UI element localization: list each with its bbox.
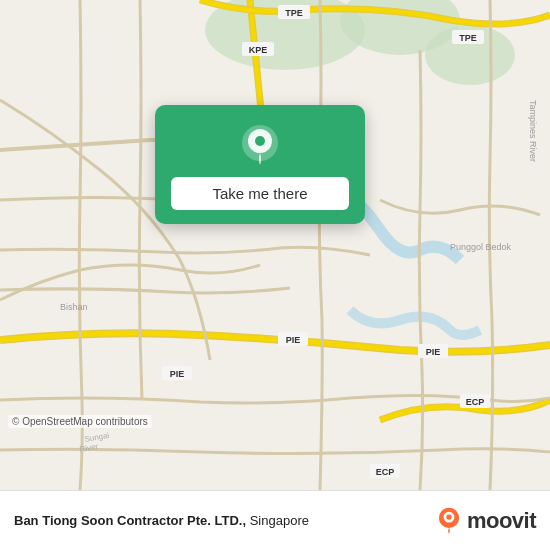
bottom-bar: Ban Tiong Soon Contractor Pte. LTD., Sin… — [0, 490, 550, 550]
location-pin-icon — [238, 123, 282, 167]
svg-text:KPE: KPE — [249, 45, 268, 55]
svg-text:Tampines River: Tampines River — [528, 100, 538, 162]
map-container: KPE TPE TPE PIE PIE ECP ECP PIE Bishan P… — [0, 0, 550, 490]
svg-text:TPE: TPE — [459, 33, 477, 43]
moovit-pin-icon — [435, 507, 463, 535]
svg-text:Bishan: Bishan — [60, 302, 88, 312]
moovit-logo-text: moovit — [467, 508, 536, 534]
location-card: Take me there — [155, 105, 365, 224]
svg-text:TPE: TPE — [285, 8, 303, 18]
svg-point-31 — [446, 514, 451, 519]
svg-text:ECP: ECP — [376, 467, 395, 477]
svg-point-28 — [255, 136, 265, 146]
moovit-logo: moovit — [435, 507, 536, 535]
svg-text:PIE: PIE — [170, 369, 185, 379]
map-attribution: © OpenStreetMap contributors — [8, 415, 152, 428]
svg-text:PIE: PIE — [426, 347, 441, 357]
svg-text:Punggol Bedok: Punggol Bedok — [450, 242, 512, 252]
svg-text:ECP: ECP — [466, 397, 485, 407]
place-name: Ban Tiong Soon Contractor Pte. LTD., Sin… — [14, 513, 425, 528]
take-me-there-button[interactable]: Take me there — [171, 177, 349, 210]
svg-text:PIE: PIE — [286, 335, 301, 345]
